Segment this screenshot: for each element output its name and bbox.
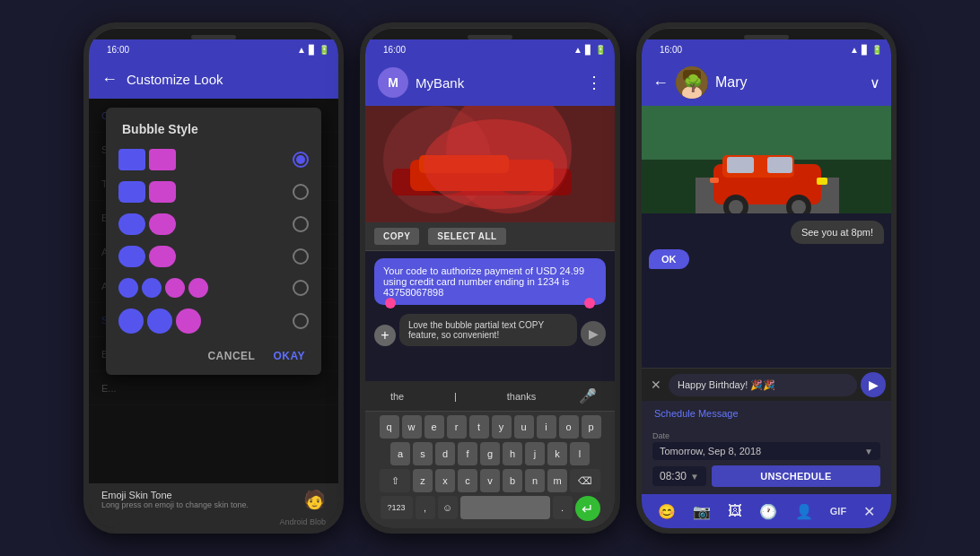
key-emoji[interactable]: ☺: [438, 496, 458, 519]
radio-2[interactable]: [293, 184, 309, 200]
svg-rect-0: [365, 106, 615, 222]
back-arrow-1[interactable]: ←: [101, 70, 118, 89]
key-period[interactable]: .: [553, 496, 573, 519]
bubble-row-3[interactable]: [118, 210, 309, 239]
dialog-overlay: Bubble Style: [89, 99, 338, 483]
schedule-date-dropdown-icon[interactable]: ▼: [864, 447, 873, 456]
svg-point-1: [383, 106, 491, 213]
signal-icon-3: ▊: [862, 45, 869, 55]
radio-6[interactable]: [293, 313, 309, 329]
key-g[interactable]: g: [480, 442, 500, 465]
chat-avatar-2: M: [378, 67, 408, 98]
key-y[interactable]: y: [492, 415, 512, 439]
key-t[interactable]: t: [469, 415, 489, 439]
key-p[interactable]: p: [582, 415, 601, 439]
bubble-row-5[interactable]: [118, 274, 309, 301]
battery-icon-3: 🔋: [871, 45, 882, 55]
close-compose-button[interactable]: ✕: [647, 374, 665, 395]
key-space[interactable]: [460, 496, 550, 519]
bubble-row-1[interactable]: [118, 145, 309, 174]
selection-dot-left: [385, 298, 396, 308]
battery-icon-1: 🔋: [319, 45, 329, 55]
emoji-icon: 🧑: [303, 489, 326, 510]
key-b[interactable]: b: [503, 469, 522, 492]
key-c[interactable]: c: [458, 469, 477, 492]
message-bubble-below: + Love the bubble partial text COPY feat…: [374, 314, 606, 346]
key-n[interactable]: n: [525, 469, 545, 492]
key-o[interactable]: o: [559, 415, 579, 439]
compose-input-3[interactable]: Happy Birthday! 🎉🎉: [669, 374, 857, 396]
bubble-blue-dot-1: [118, 278, 138, 298]
key-s[interactable]: s: [413, 442, 433, 465]
key-a[interactable]: a: [390, 442, 410, 465]
back-arrow-3[interactable]: ←: [652, 74, 669, 92]
time-box[interactable]: 08:30 ▼: [652, 466, 706, 486]
send-arrow[interactable]: ▶: [581, 321, 606, 346]
bubble-pair-2: [118, 181, 176, 203]
radio-5[interactable]: [293, 280, 309, 296]
key-u[interactable]: u: [514, 415, 534, 439]
mic-icon[interactable]: 🎤: [579, 387, 597, 404]
action-contact-icon[interactable]: 👤: [795, 503, 813, 520]
cancel-button[interactable]: CANCEL: [207, 350, 255, 362]
key-q[interactable]: q: [380, 415, 399, 439]
chat-name-2: MyBank: [416, 75, 586, 91]
chevron-down-icon-3[interactable]: ∨: [870, 74, 880, 91]
key-i[interactable]: i: [537, 415, 556, 439]
status-bar-2: 16:00 ▲ ▊ 🔋: [365, 39, 615, 59]
bubble-style-dialog: Bubble Style: [106, 108, 321, 375]
key-h[interactable]: h: [503, 442, 522, 465]
more-icon-2[interactable]: ⋮: [586, 73, 602, 92]
send-button-3[interactable]: ▶: [861, 372, 886, 397]
key-l[interactable]: l: [570, 442, 590, 465]
schedule-message-link[interactable]: Schedule Message: [652, 408, 740, 419]
unschedule-button[interactable]: UNSCHEDULE: [712, 465, 880, 487]
action-camera-icon[interactable]: 📷: [693, 503, 711, 520]
key-backspace[interactable]: ⌫: [570, 469, 600, 492]
action-clock-icon[interactable]: 🕐: [759, 503, 777, 520]
add-button[interactable]: +: [374, 325, 396, 346]
key-num[interactable]: ?123: [381, 496, 413, 519]
dialog-actions: CANCEL OKAY: [106, 337, 321, 362]
select-all-button[interactable]: SELECT ALL: [428, 228, 505, 245]
key-z[interactable]: z: [413, 469, 433, 492]
key-m[interactable]: m: [547, 469, 567, 492]
list-content-1: C... S... T... B... A... A... Le... c...…: [89, 99, 338, 483]
key-x[interactable]: x: [435, 469, 455, 492]
key-j[interactable]: j: [525, 442, 545, 465]
key-enter[interactable]: ↵: [575, 496, 600, 521]
action-close-icon[interactable]: ✕: [863, 503, 875, 520]
bubble-pair-3: [118, 213, 176, 235]
bubble-row-4[interactable]: [118, 242, 309, 271]
key-k[interactable]: k: [547, 442, 567, 465]
key-r[interactable]: r: [447, 415, 467, 439]
bubble-pair-5: [118, 278, 208, 298]
key-shift[interactable]: ⇧: [380, 469, 410, 492]
bubble-pink-sq-3: [149, 213, 176, 235]
radio-4[interactable]: [293, 248, 309, 265]
bubble-row-6[interactable]: [118, 305, 309, 337]
action-emoji-icon[interactable]: 😊: [658, 503, 676, 520]
key-comma[interactable]: ,: [416, 496, 435, 519]
action-gallery-icon[interactable]: 🖼: [728, 503, 742, 519]
bubble-row-2[interactable]: [118, 178, 309, 206]
copy-button[interactable]: COPY: [374, 228, 419, 245]
okay-button[interactable]: OKAY: [273, 350, 305, 362]
phones-container: 16:00 ▲ ▊ 🔋 ← Customize Look C... S... T…: [74, 13, 906, 543]
key-w[interactable]: w: [402, 415, 422, 439]
radio-3[interactable]: [293, 216, 309, 232]
radio-1[interactable]: [293, 152, 309, 168]
schedule-date-row[interactable]: Tomorrow, Sep 8, 2018 ▼: [652, 442, 880, 460]
suggestion-the[interactable]: the: [383, 387, 411, 405]
suggestion-thanks[interactable]: thanks: [500, 387, 543, 405]
key-f[interactable]: f: [458, 442, 477, 465]
key-d[interactable]: d: [435, 442, 455, 465]
action-gif-label[interactable]: GIF: [830, 506, 846, 517]
signal-icon-2: ▊: [585, 45, 592, 55]
bubble-pink-oval-1: [176, 308, 201, 334]
key-e[interactable]: e: [424, 415, 444, 439]
time-dropdown-icon[interactable]: ▼: [690, 472, 699, 482]
key-v[interactable]: v: [480, 469, 500, 492]
time-value: 08:30: [660, 470, 687, 482]
schedule-date-value: Tomorrow, Sep 8, 2018: [660, 446, 761, 456]
